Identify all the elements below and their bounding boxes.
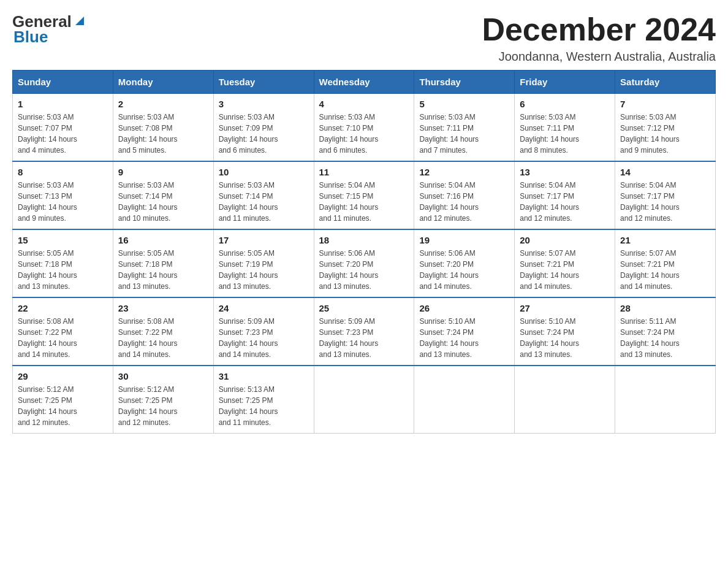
day-info: Sunrise: 5:09 AMSunset: 7:23 PMDaylight:… xyxy=(319,316,409,360)
day-info: Sunrise: 5:04 AMSunset: 7:15 PMDaylight:… xyxy=(319,180,409,224)
calendar-cell: 16Sunrise: 5:05 AMSunset: 7:18 PMDayligh… xyxy=(113,229,213,297)
day-number: 21 xyxy=(620,235,710,245)
calendar-cell: 12Sunrise: 5:04 AMSunset: 7:16 PMDayligh… xyxy=(414,161,515,229)
day-info: Sunrise: 5:03 AMSunset: 7:11 PMDaylight:… xyxy=(419,112,509,156)
calendar-cell: 4Sunrise: 5:03 AMSunset: 7:10 PMDaylight… xyxy=(314,94,414,162)
col-tuesday: Tuesday xyxy=(213,71,314,94)
calendar-cell: 13Sunrise: 5:04 AMSunset: 7:17 PMDayligh… xyxy=(515,161,615,229)
day-number: 22 xyxy=(18,303,108,313)
calendar-week-2: 8Sunrise: 5:03 AMSunset: 7:13 PMDaylight… xyxy=(13,161,716,229)
logo-blue-text: Blue xyxy=(13,28,48,47)
day-number: 26 xyxy=(419,303,509,313)
day-number: 12 xyxy=(419,167,509,177)
calendar-week-3: 15Sunrise: 5:05 AMSunset: 7:18 PMDayligh… xyxy=(13,229,716,297)
calendar-cell: 1Sunrise: 5:03 AMSunset: 7:07 PMDaylight… xyxy=(13,94,113,162)
calendar-cell: 15Sunrise: 5:05 AMSunset: 7:18 PMDayligh… xyxy=(13,229,113,297)
day-number: 16 xyxy=(118,235,208,245)
calendar-cell: 26Sunrise: 5:10 AMSunset: 7:24 PMDayligh… xyxy=(414,297,515,366)
col-thursday: Thursday xyxy=(414,71,515,94)
col-friday: Friday xyxy=(515,71,615,94)
location-subtitle: Joondanna, Western Australia, Australia xyxy=(482,50,716,64)
day-number: 13 xyxy=(520,167,610,177)
day-number: 20 xyxy=(520,235,610,245)
day-number: 5 xyxy=(419,99,509,109)
logo-triangle-icon xyxy=(73,14,86,28)
calendar-cell: 2Sunrise: 5:03 AMSunset: 7:08 PMDaylight… xyxy=(113,94,213,162)
day-info: Sunrise: 5:10 AMSunset: 7:24 PMDaylight:… xyxy=(419,316,509,360)
day-number: 3 xyxy=(219,99,309,109)
day-number: 27 xyxy=(520,303,610,313)
day-info: Sunrise: 5:13 AMSunset: 7:25 PMDaylight:… xyxy=(219,384,309,428)
calendar-header-row: Sunday Monday Tuesday Wednesday Thursday… xyxy=(13,71,716,94)
day-info: Sunrise: 5:03 AMSunset: 7:11 PMDaylight:… xyxy=(520,112,610,156)
day-info: Sunrise: 5:08 AMSunset: 7:22 PMDaylight:… xyxy=(118,316,208,360)
day-number: 6 xyxy=(520,99,610,109)
day-info: Sunrise: 5:03 AMSunset: 7:08 PMDaylight:… xyxy=(118,112,208,156)
calendar-cell: 10Sunrise: 5:03 AMSunset: 7:14 PMDayligh… xyxy=(213,161,314,229)
day-number: 9 xyxy=(118,167,208,177)
day-info: Sunrise: 5:03 AMSunset: 7:14 PMDaylight:… xyxy=(118,180,208,224)
calendar-cell: 22Sunrise: 5:08 AMSunset: 7:22 PMDayligh… xyxy=(13,297,113,366)
calendar-week-4: 22Sunrise: 5:08 AMSunset: 7:22 PMDayligh… xyxy=(13,297,716,366)
calendar-cell: 18Sunrise: 5:06 AMSunset: 7:20 PMDayligh… xyxy=(314,229,414,297)
day-number: 10 xyxy=(219,167,309,177)
calendar-cell: 19Sunrise: 5:06 AMSunset: 7:20 PMDayligh… xyxy=(414,229,515,297)
day-info: Sunrise: 5:11 AMSunset: 7:24 PMDaylight:… xyxy=(620,316,710,360)
day-number: 29 xyxy=(18,371,108,381)
calendar-cell: 9Sunrise: 5:03 AMSunset: 7:14 PMDaylight… xyxy=(113,161,213,229)
calendar-cell: 21Sunrise: 5:07 AMSunset: 7:21 PMDayligh… xyxy=(615,229,716,297)
day-number: 24 xyxy=(219,303,309,313)
calendar-cell: 3Sunrise: 5:03 AMSunset: 7:09 PMDaylight… xyxy=(213,94,314,162)
calendar-cell: 8Sunrise: 5:03 AMSunset: 7:13 PMDaylight… xyxy=(13,161,113,229)
day-number: 17 xyxy=(219,235,309,245)
logo: General Blue xyxy=(12,12,86,47)
day-info: Sunrise: 5:03 AMSunset: 7:14 PMDaylight:… xyxy=(219,180,309,224)
calendar-cell xyxy=(314,366,414,434)
day-info: Sunrise: 5:07 AMSunset: 7:21 PMDaylight:… xyxy=(520,248,610,292)
day-number: 28 xyxy=(620,303,710,313)
svg-marker-0 xyxy=(75,17,84,25)
day-number: 14 xyxy=(620,167,710,177)
day-number: 30 xyxy=(118,371,208,381)
day-number: 25 xyxy=(319,303,409,313)
day-info: Sunrise: 5:06 AMSunset: 7:20 PMDaylight:… xyxy=(319,248,409,292)
calendar-cell xyxy=(515,366,615,434)
day-info: Sunrise: 5:05 AMSunset: 7:18 PMDaylight:… xyxy=(118,248,208,292)
calendar-cell: 24Sunrise: 5:09 AMSunset: 7:23 PMDayligh… xyxy=(213,297,314,366)
day-number: 11 xyxy=(319,167,409,177)
page-header: General Blue December 2024 Joondanna, We… xyxy=(12,12,716,64)
day-info: Sunrise: 5:06 AMSunset: 7:20 PMDaylight:… xyxy=(419,248,509,292)
day-info: Sunrise: 5:03 AMSunset: 7:07 PMDaylight:… xyxy=(18,112,108,156)
calendar-cell: 29Sunrise: 5:12 AMSunset: 7:25 PMDayligh… xyxy=(13,366,113,434)
title-block: December 2024 Joondanna, Western Austral… xyxy=(482,12,716,64)
calendar-week-5: 29Sunrise: 5:12 AMSunset: 7:25 PMDayligh… xyxy=(13,366,716,434)
day-info: Sunrise: 5:05 AMSunset: 7:18 PMDaylight:… xyxy=(18,248,108,292)
calendar-cell: 20Sunrise: 5:07 AMSunset: 7:21 PMDayligh… xyxy=(515,229,615,297)
day-number: 8 xyxy=(18,167,108,177)
calendar-week-1: 1Sunrise: 5:03 AMSunset: 7:07 PMDaylight… xyxy=(13,94,716,162)
calendar-cell: 5Sunrise: 5:03 AMSunset: 7:11 PMDaylight… xyxy=(414,94,515,162)
calendar-cell: 31Sunrise: 5:13 AMSunset: 7:25 PMDayligh… xyxy=(213,366,314,434)
calendar-cell: 11Sunrise: 5:04 AMSunset: 7:15 PMDayligh… xyxy=(314,161,414,229)
calendar-cell: 25Sunrise: 5:09 AMSunset: 7:23 PMDayligh… xyxy=(314,297,414,366)
day-info: Sunrise: 5:09 AMSunset: 7:23 PMDaylight:… xyxy=(219,316,309,360)
day-number: 31 xyxy=(219,371,309,381)
calendar-cell: 23Sunrise: 5:08 AMSunset: 7:22 PMDayligh… xyxy=(113,297,213,366)
col-sunday: Sunday xyxy=(13,71,113,94)
day-info: Sunrise: 5:08 AMSunset: 7:22 PMDaylight:… xyxy=(18,316,108,360)
day-info: Sunrise: 5:05 AMSunset: 7:19 PMDaylight:… xyxy=(219,248,309,292)
day-number: 2 xyxy=(118,99,208,109)
calendar-cell xyxy=(615,366,716,434)
day-number: 7 xyxy=(620,99,710,109)
calendar-cell: 14Sunrise: 5:04 AMSunset: 7:17 PMDayligh… xyxy=(615,161,716,229)
col-wednesday: Wednesday xyxy=(314,71,414,94)
day-number: 1 xyxy=(18,99,108,109)
month-year-title: December 2024 xyxy=(482,12,716,47)
col-monday: Monday xyxy=(113,71,213,94)
day-number: 23 xyxy=(118,303,208,313)
day-info: Sunrise: 5:04 AMSunset: 7:17 PMDaylight:… xyxy=(520,180,610,224)
day-number: 4 xyxy=(319,99,409,109)
calendar-table: Sunday Monday Tuesday Wednesday Thursday… xyxy=(12,70,716,434)
day-info: Sunrise: 5:03 AMSunset: 7:12 PMDaylight:… xyxy=(620,112,710,156)
day-number: 15 xyxy=(18,235,108,245)
